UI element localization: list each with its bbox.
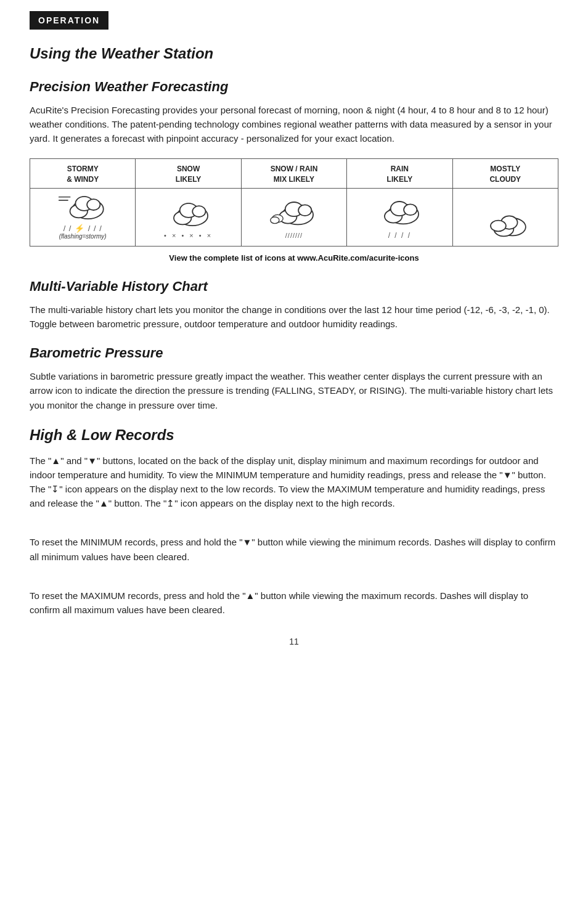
- col-snow-rain: SNOW / RAINMIX LIKELY: [241, 158, 346, 188]
- snow-rain-lines: ///////: [285, 231, 303, 241]
- col-stormy: STORMY& WINDY: [30, 158, 136, 188]
- page: OPERATION Using the Weather Station Prec…: [0, 0, 588, 909]
- icon-stormy: / / ⚡ / / / (flashing=stormy): [30, 188, 136, 247]
- rain-cloud-wrap: / / / /: [351, 198, 448, 241]
- stormy-rain-lines: / / ⚡ / / /: [63, 224, 102, 232]
- icon-rain: / / / /: [347, 188, 452, 247]
- forecasting-body: AcuRite's Precision Forecasting provides…: [30, 103, 558, 146]
- col-snow-label: SNOWLIKELY: [176, 165, 202, 184]
- cloudy-cloud-icon: [481, 210, 530, 241]
- icon-snow: • × • × • ×: [136, 188, 241, 247]
- main-title-section: Using the Weather Station: [30, 43, 558, 65]
- high-low-body2: To reset the MINIMUM records, press and …: [30, 535, 558, 564]
- col-rain: RAINLIKELY: [347, 158, 452, 188]
- rain-cloud-icon: [375, 198, 424, 229]
- col-snow: SNOWLIKELY: [136, 158, 241, 188]
- col-snow-rain-label: SNOW / RAINMIX LIKELY: [271, 165, 318, 184]
- operation-banner: OPERATION: [30, 11, 108, 30]
- page-number: 11: [30, 635, 558, 648]
- svg-point-23: [491, 221, 506, 232]
- icon-snow-rain: ///////: [241, 188, 346, 247]
- forecasting-title: Precision Weather Forecasting: [30, 77, 558, 97]
- svg-point-5: [87, 199, 100, 210]
- snow-rain-cloud-icon: [269, 199, 319, 230]
- history-chart-body: The multi-variable history chart lets yo…: [30, 303, 558, 332]
- high-low-body1: The "▲" and "▼" buttons, located on the …: [30, 454, 558, 511]
- stormy-cloud-wrap: / / ⚡ / / / (flashing=stormy): [34, 192, 131, 242]
- forecasting-section: Precision Weather Forecasting AcuRite's …: [30, 77, 558, 146]
- snow-cloud-icon: [164, 199, 213, 230]
- svg-point-13: [298, 205, 311, 216]
- svg-point-9: [192, 206, 205, 217]
- rain-lines: / / / /: [388, 230, 411, 241]
- col-stormy-label: STORMY& WINDY: [67, 165, 99, 184]
- barometric-title: Barometric Pressure: [30, 343, 558, 363]
- high-low-title: High & Low Records: [30, 425, 558, 446]
- col-cloudy: MOSTLYCLOUDY: [452, 158, 558, 188]
- high-low-body3: To reset the MAXIMUM records, press and …: [30, 589, 558, 618]
- cloudy-cloud-wrap: [457, 198, 554, 241]
- col-cloudy-label: MOSTLYCLOUDY: [489, 165, 521, 184]
- weather-icons-table: STORMY& WINDY SNOWLIKELY SNOW / RAINMIX …: [30, 158, 558, 247]
- col-rain-label: RAINLIKELY: [387, 165, 413, 184]
- barometric-body: Subtle variations in barometric pressure…: [30, 369, 558, 412]
- snow-dots: • × • × • ×: [164, 231, 213, 241]
- history-chart-title: Multi-Variable History Chart: [30, 277, 558, 296]
- stormy-cloud-icon: [58, 192, 107, 223]
- icon-cloudy: [452, 188, 558, 247]
- icons-link: View the complete list of icons at www.A…: [30, 253, 558, 264]
- high-low-section: High & Low Records The "▲" and "▼" butto…: [30, 425, 558, 617]
- svg-point-15: [271, 217, 279, 224]
- svg-point-19: [404, 204, 417, 215]
- history-chart-section: Multi-Variable History Chart The multi-v…: [30, 277, 558, 331]
- snow-rain-cloud-wrap: ///////: [245, 198, 343, 241]
- snow-cloud-wrap: • × • × • ×: [139, 198, 237, 241]
- barometric-section: Barometric Pressure Subtle variations in…: [30, 343, 558, 412]
- main-title: Using the Weather Station: [30, 43, 558, 65]
- stormy-label: (flashing=stormy): [59, 232, 107, 242]
